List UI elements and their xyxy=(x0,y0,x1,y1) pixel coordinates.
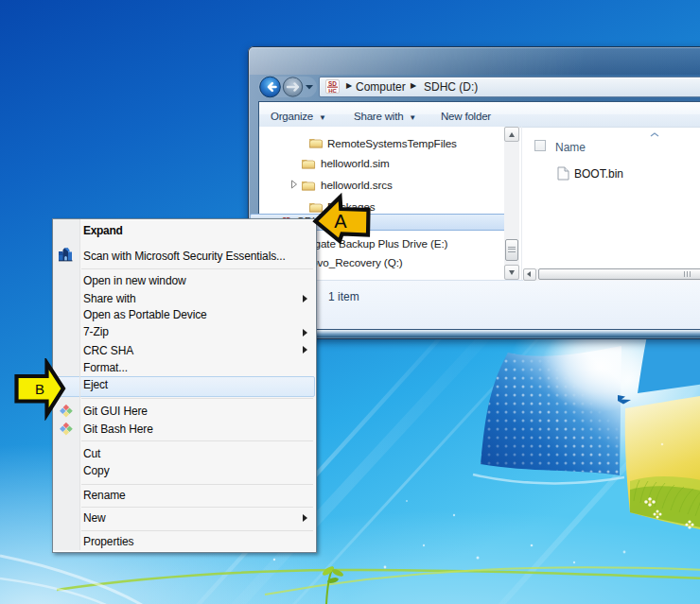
svg-text:SD: SD xyxy=(328,80,337,87)
svg-text:B: B xyxy=(35,381,44,397)
svg-text:HC: HC xyxy=(328,88,337,94)
svg-text:A: A xyxy=(334,211,347,232)
